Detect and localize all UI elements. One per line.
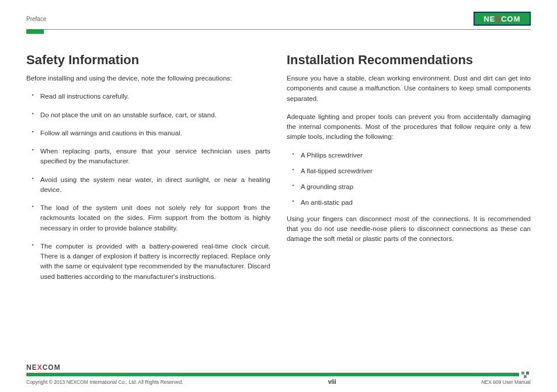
safety-intro: Before installing and using the device, … <box>26 74 270 83</box>
list-item: A grounding strap <box>295 182 531 192</box>
list-item: An anti-static pad <box>295 198 531 208</box>
list-item: A Philips screwdriver <box>295 150 531 160</box>
manual-reference: NEX 609 User Manual <box>481 379 531 385</box>
list-item: Do not place the unit on an unstable sur… <box>34 110 270 120</box>
header-row: Preface NEXCOM <box>26 10 531 27</box>
install-para-3: Using your fingers can disconnect most o… <box>287 214 531 244</box>
page-footer: NEXCOM Copyright © 2013 NEXCOM Internati… <box>26 363 531 385</box>
install-para-1: Ensure you have a stable, clean working … <box>287 74 531 104</box>
list-item: Avoid using the system near water, in di… <box>34 175 270 195</box>
right-column: Installation Recommendations Ensure you … <box>287 52 531 290</box>
footer-row: Copyright © 2013 NEXCOM International Co… <box>26 379 531 385</box>
footer-logo: NEXCOM <box>26 363 531 372</box>
left-column: Safety Information Before installing and… <box>26 52 270 290</box>
brand-logo: NEXCOM <box>474 12 531 26</box>
list-item: Follow all warnings and cautions in this… <box>34 128 270 138</box>
logo-part-left: NE <box>483 15 495 23</box>
tools-bullet-list: A Philips screwdriver A flat-tipped scre… <box>287 150 531 208</box>
safety-bullet-list: Read all instructions carefully. Do not … <box>26 92 270 282</box>
footer-logo-left: NE <box>26 363 37 372</box>
header-accent-bar <box>26 29 44 34</box>
footer-accent-bar <box>26 373 531 376</box>
main-content: Safety Information Before installing and… <box>26 52 531 290</box>
header-rule <box>26 29 531 30</box>
copyright-text: Copyright © 2013 NEXCOM International Co… <box>26 379 183 385</box>
brand-logo-text: NEXCOM <box>483 15 520 23</box>
list-item: Read all instructions carefully. <box>34 92 270 102</box>
page-number: viii <box>328 379 336 385</box>
safety-title: Safety Information <box>26 52 270 68</box>
list-item: When replacing parts, ensure that your s… <box>34 146 270 167</box>
list-item: The load of the system unit does not sol… <box>34 203 270 233</box>
footer-squares-icon <box>521 372 531 377</box>
logo-part-x: X <box>496 15 502 23</box>
footer-logo-right: COM <box>43 363 61 372</box>
install-title: Installation Recommendations <box>287 52 531 68</box>
install-para-2: Adequate lighting and proper tools can p… <box>287 112 531 142</box>
logo-part-right: COM <box>501 15 520 23</box>
footer-logo-x: X <box>37 363 43 372</box>
section-label: Preface <box>26 16 46 22</box>
list-item: The computer is provided with a battery-… <box>34 242 270 282</box>
list-item: A flat-tipped screwdriver <box>295 166 531 176</box>
